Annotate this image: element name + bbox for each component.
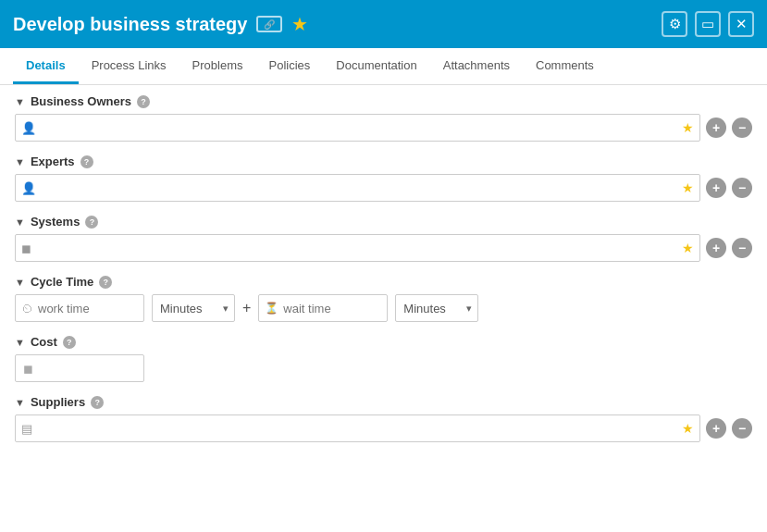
cost-field[interactable]: ◼: [15, 354, 144, 382]
toggle-icon: ▼: [15, 337, 25, 348]
business-owners-field[interactable]: 👤 ★: [15, 114, 700, 142]
systems-input[interactable]: [36, 241, 682, 255]
credit-card-icon: ◼: [23, 362, 33, 376]
wait-time-input[interactable]: [283, 302, 381, 315]
systems-add-button[interactable]: +: [706, 238, 726, 258]
favorite-star-icon[interactable]: ★: [291, 13, 308, 35]
systems-section: ▼ Systems ? ◼ ★ + −: [15, 215, 752, 262]
work-time-input[interactable]: [38, 302, 138, 315]
business-owners-help-icon[interactable]: ?: [137, 95, 150, 108]
suppliers-title: Suppliers: [31, 395, 85, 409]
systems-header[interactable]: ▼ Systems ?: [15, 215, 752, 229]
suppliers-field[interactable]: ▤ ★: [15, 414, 700, 442]
systems-help-icon[interactable]: ?: [85, 216, 98, 229]
experts-help-icon[interactable]: ?: [80, 155, 93, 168]
work-time-field[interactable]: ⏲: [15, 294, 144, 322]
experts-field[interactable]: 👤 ★: [15, 174, 700, 202]
experts-star-icon[interactable]: ★: [682, 180, 694, 195]
document-icon: ▤: [21, 422, 32, 436]
suppliers-help-icon[interactable]: ?: [91, 396, 104, 409]
wait-time-field[interactable]: ⏳: [258, 294, 388, 322]
experts-input-row: 👤 ★ + −: [15, 174, 752, 202]
business-owners-section: ▼ Business Owners ? 👤 ★ + −: [15, 94, 752, 142]
cost-section: ▼ Cost ? ◼: [15, 335, 752, 382]
suppliers-header[interactable]: ▼ Suppliers ?: [15, 395, 752, 409]
person-icon: 👤: [21, 121, 36, 135]
tab-bar: Details Process Links Problems Policies …: [0, 48, 767, 85]
suppliers-input-row: ▤ ★ + −: [15, 414, 752, 442]
wait-time-unit-select[interactable]: Minutes Hours Days: [395, 294, 478, 322]
experts-title: Experts: [31, 155, 75, 168]
plus-sign: +: [242, 300, 251, 316]
toggle-icon: ▼: [15, 156, 25, 167]
experts-add-button[interactable]: +: [706, 178, 726, 198]
systems-input-row: ◼ ★ + −: [15, 234, 752, 262]
hourglass-icon: ⏳: [265, 302, 278, 315]
person-icon: 👤: [21, 181, 36, 195]
systems-field[interactable]: ◼ ★: [15, 234, 700, 262]
experts-remove-button[interactable]: −: [732, 178, 752, 198]
tab-documentation[interactable]: Documentation: [323, 48, 429, 84]
experts-input[interactable]: [41, 181, 682, 195]
toggle-icon: ▼: [15, 277, 25, 288]
header-left: Develop business strategy 🔗 ★: [13, 13, 308, 35]
suppliers-star-icon[interactable]: ★: [682, 421, 694, 436]
suppliers-section: ▼ Suppliers ? ▤ ★ + −: [15, 395, 752, 442]
business-owners-input-row: 👤 ★ + −: [15, 114, 752, 142]
close-button[interactable]: ✕: [728, 11, 754, 37]
tab-details[interactable]: Details: [13, 48, 79, 84]
tab-problems[interactable]: Problems: [179, 48, 256, 84]
cycle-time-help-icon[interactable]: ?: [99, 276, 112, 289]
toggle-icon: ▼: [15, 96, 25, 107]
cycle-time-row: ⏲ Minutes Hours Days + ⏳ Minutes Hours: [15, 294, 752, 322]
suppliers-input[interactable]: [37, 422, 682, 436]
tab-process-links[interactable]: Process Links: [79, 48, 179, 84]
suppliers-remove-button[interactable]: −: [732, 418, 752, 439]
tab-comments[interactable]: Comments: [523, 48, 607, 84]
header-actions: ⚙ ▭ ✕: [662, 11, 754, 37]
business-owners-star-icon[interactable]: ★: [682, 120, 694, 135]
header: Develop business strategy 🔗 ★ ⚙ ▭ ✕: [0, 0, 767, 48]
experts-header[interactable]: ▼ Experts ?: [15, 155, 752, 168]
clock-icon: ⏲: [21, 302, 33, 315]
cycle-time-section: ▼ Cycle Time ? ⏲ Minutes Hours Days + ⏳: [15, 275, 752, 322]
tab-attachments[interactable]: Attachments: [430, 48, 523, 84]
main-content: ▼ Business Owners ? 👤 ★ + − ▼ Experts ? …: [0, 85, 767, 532]
business-owners-title: Business Owners: [31, 94, 131, 108]
link-icon[interactable]: 🔗: [256, 16, 282, 32]
cycle-time-title: Cycle Time: [31, 275, 93, 289]
page-title: Develop business strategy: [13, 14, 247, 35]
experts-section: ▼ Experts ? 👤 ★ + −: [15, 155, 752, 202]
business-owners-add-button[interactable]: +: [706, 118, 726, 138]
server-icon: ◼: [21, 241, 31, 255]
systems-star-icon[interactable]: ★: [682, 241, 694, 255]
toggle-icon: ▼: [15, 397, 25, 408]
business-owners-remove-button[interactable]: −: [732, 118, 752, 138]
business-owners-header[interactable]: ▼ Business Owners ?: [15, 94, 752, 108]
tab-policies[interactable]: Policies: [255, 48, 323, 84]
work-time-unit-select[interactable]: Minutes Hours Days: [152, 294, 235, 322]
toggle-icon: ▼: [15, 217, 25, 228]
cost-title: Cost: [31, 335, 57, 349]
wait-time-unit-select-wrap[interactable]: Minutes Hours Days: [395, 294, 478, 322]
cost-help-icon[interactable]: ?: [63, 336, 76, 349]
systems-remove-button[interactable]: −: [732, 238, 752, 258]
settings-button[interactable]: ⚙: [662, 11, 687, 37]
window-button[interactable]: ▭: [695, 11, 721, 37]
systems-title: Systems: [31, 215, 80, 229]
cycle-time-header[interactable]: ▼ Cycle Time ?: [15, 275, 752, 289]
suppliers-add-button[interactable]: +: [706, 418, 726, 439]
business-owners-input[interactable]: [41, 121, 682, 135]
cost-header[interactable]: ▼ Cost ?: [15, 335, 752, 349]
work-time-unit-select-wrap[interactable]: Minutes Hours Days: [152, 294, 235, 322]
